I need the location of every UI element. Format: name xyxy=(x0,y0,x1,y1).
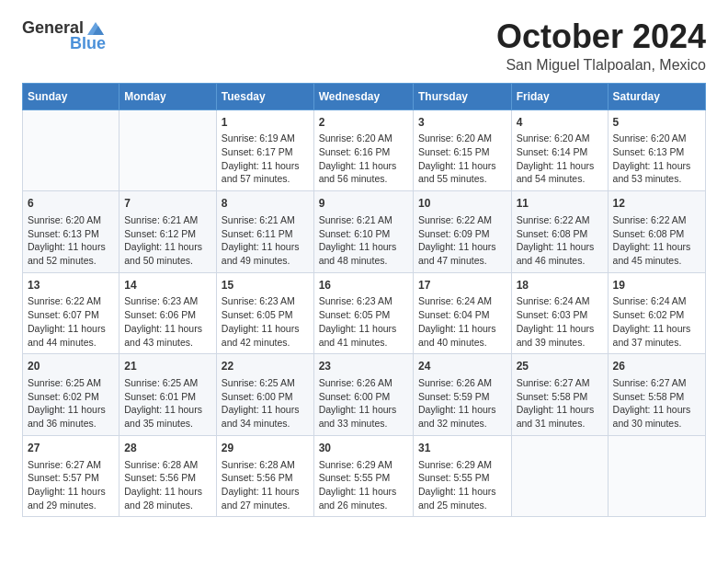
day-info: Sunrise: 6:25 AM Sunset: 6:01 PM Dayligh… xyxy=(124,376,211,431)
day-info: Sunrise: 6:23 AM Sunset: 6:05 PM Dayligh… xyxy=(222,294,309,349)
calendar-cell: 4Sunrise: 6:20 AM Sunset: 6:14 PM Daylig… xyxy=(511,109,608,191)
day-info: Sunrise: 6:25 AM Sunset: 6:02 PM Dayligh… xyxy=(28,376,114,431)
week-row-5: 27Sunrise: 6:27 AM Sunset: 5:57 PM Dayli… xyxy=(23,435,706,517)
calendar-cell: 30Sunrise: 6:29 AM Sunset: 5:55 PM Dayli… xyxy=(313,435,413,517)
calendar-cell: 25Sunrise: 6:27 AM Sunset: 5:58 PM Dayli… xyxy=(511,354,608,436)
day-info: Sunrise: 6:24 AM Sunset: 6:03 PM Dayligh… xyxy=(517,294,603,349)
calendar-cell: 29Sunrise: 6:28 AM Sunset: 5:56 PM Dayli… xyxy=(216,435,313,517)
day-info: Sunrise: 6:20 AM Sunset: 6:13 PM Dayligh… xyxy=(28,213,114,268)
calendar-cell: 2Sunrise: 6:20 AM Sunset: 6:16 PM Daylig… xyxy=(313,109,413,191)
day-number: 12 xyxy=(613,196,700,212)
day-number: 26 xyxy=(613,359,700,374)
calendar-cell: 27Sunrise: 6:27 AM Sunset: 5:57 PM Dayli… xyxy=(23,435,119,517)
col-header-monday: Monday xyxy=(119,83,217,109)
day-number: 19 xyxy=(613,278,700,293)
header-row: SundayMondayTuesdayWednesdayThursdayFrid… xyxy=(23,83,706,109)
calendar-cell: 16Sunrise: 6:23 AM Sunset: 6:05 PM Dayli… xyxy=(313,272,413,354)
day-number: 5 xyxy=(613,115,700,131)
day-number: 11 xyxy=(517,196,603,212)
day-number: 2 xyxy=(319,115,408,131)
calendar-cell: 18Sunrise: 6:24 AM Sunset: 6:03 PM Dayli… xyxy=(511,272,608,354)
col-header-thursday: Thursday xyxy=(413,83,511,109)
week-row-4: 20Sunrise: 6:25 AM Sunset: 6:02 PM Dayli… xyxy=(23,354,706,436)
day-number: 24 xyxy=(418,359,506,374)
day-number: 18 xyxy=(517,278,603,293)
day-number: 27 xyxy=(28,441,114,456)
calendar-cell: 13Sunrise: 6:22 AM Sunset: 6:07 PM Dayli… xyxy=(23,272,119,354)
calendar-cell xyxy=(511,435,608,517)
week-row-1: 1Sunrise: 6:19 AM Sunset: 6:17 PM Daylig… xyxy=(23,109,706,191)
day-number: 16 xyxy=(319,278,408,293)
day-info: Sunrise: 6:20 AM Sunset: 6:14 PM Dayligh… xyxy=(517,132,603,186)
calendar-cell: 3Sunrise: 6:20 AM Sunset: 6:15 PM Daylig… xyxy=(413,109,511,191)
day-number: 13 xyxy=(28,278,114,293)
day-info: Sunrise: 6:27 AM Sunset: 5:58 PM Dayligh… xyxy=(517,376,603,431)
calendar-cell: 19Sunrise: 6:24 AM Sunset: 6:02 PM Dayli… xyxy=(608,272,705,354)
day-number: 29 xyxy=(222,441,309,456)
calendar-cell: 1Sunrise: 6:19 AM Sunset: 6:17 PM Daylig… xyxy=(216,109,313,191)
location-title: San Miguel Tlalpoalan, Mexico xyxy=(496,57,706,74)
title-area: October 2024 San Miguel Tlalpoalan, Mexi… xyxy=(496,18,706,74)
day-number: 31 xyxy=(418,441,506,456)
day-info: Sunrise: 6:20 AM Sunset: 6:13 PM Dayligh… xyxy=(613,132,700,186)
calendar-cell: 22Sunrise: 6:25 AM Sunset: 6:00 PM Dayli… xyxy=(216,354,313,436)
calendar-cell: 26Sunrise: 6:27 AM Sunset: 5:58 PM Dayli… xyxy=(608,354,705,436)
day-number: 21 xyxy=(124,359,211,374)
day-number: 1 xyxy=(222,115,309,131)
day-info: Sunrise: 6:24 AM Sunset: 6:04 PM Dayligh… xyxy=(418,294,506,349)
calendar-cell: 8Sunrise: 6:21 AM Sunset: 6:11 PM Daylig… xyxy=(216,191,313,273)
col-header-friday: Friday xyxy=(511,83,608,109)
day-info: Sunrise: 6:28 AM Sunset: 5:56 PM Dayligh… xyxy=(222,458,309,512)
day-number: 6 xyxy=(28,196,114,212)
day-info: Sunrise: 6:22 AM Sunset: 6:09 PM Dayligh… xyxy=(418,213,506,268)
week-row-3: 13Sunrise: 6:22 AM Sunset: 6:07 PM Dayli… xyxy=(23,272,706,354)
day-number: 3 xyxy=(418,115,506,131)
calendar-cell xyxy=(119,109,217,191)
day-info: Sunrise: 6:23 AM Sunset: 6:05 PM Dayligh… xyxy=(319,294,408,349)
col-header-sunday: Sunday xyxy=(23,83,119,109)
week-row-2: 6Sunrise: 6:20 AM Sunset: 6:13 PM Daylig… xyxy=(23,191,706,273)
day-info: Sunrise: 6:24 AM Sunset: 6:02 PM Dayligh… xyxy=(613,294,700,349)
day-info: Sunrise: 6:28 AM Sunset: 5:56 PM Dayligh… xyxy=(124,458,211,512)
day-number: 23 xyxy=(319,359,408,374)
day-number: 20 xyxy=(28,359,114,374)
calendar-cell: 11Sunrise: 6:22 AM Sunset: 6:08 PM Dayli… xyxy=(511,191,608,273)
calendar-cell: 21Sunrise: 6:25 AM Sunset: 6:01 PM Dayli… xyxy=(119,354,217,436)
col-header-tuesday: Tuesday xyxy=(216,83,313,109)
day-info: Sunrise: 6:20 AM Sunset: 6:15 PM Dayligh… xyxy=(418,132,506,186)
calendar-cell xyxy=(608,435,705,517)
day-info: Sunrise: 6:22 AM Sunset: 6:07 PM Dayligh… xyxy=(28,294,114,349)
day-number: 7 xyxy=(124,196,211,212)
calendar-cell: 28Sunrise: 6:28 AM Sunset: 5:56 PM Dayli… xyxy=(119,435,217,517)
day-number: 17 xyxy=(418,278,506,293)
day-info: Sunrise: 6:21 AM Sunset: 6:11 PM Dayligh… xyxy=(222,213,309,268)
calendar-cell: 20Sunrise: 6:25 AM Sunset: 6:02 PM Dayli… xyxy=(23,354,119,436)
day-info: Sunrise: 6:29 AM Sunset: 5:55 PM Dayligh… xyxy=(319,458,408,512)
logo: General Blue xyxy=(22,18,106,53)
calendar-cell: 10Sunrise: 6:22 AM Sunset: 6:09 PM Dayli… xyxy=(413,191,511,273)
calendar-cell: 24Sunrise: 6:26 AM Sunset: 5:59 PM Dayli… xyxy=(413,354,511,436)
calendar-cell xyxy=(23,109,119,191)
calendar-cell: 17Sunrise: 6:24 AM Sunset: 6:04 PM Dayli… xyxy=(413,272,511,354)
day-number: 8 xyxy=(222,196,309,212)
day-number: 30 xyxy=(319,441,408,456)
calendar-cell: 31Sunrise: 6:29 AM Sunset: 5:55 PM Dayli… xyxy=(413,435,511,517)
day-info: Sunrise: 6:26 AM Sunset: 6:00 PM Dayligh… xyxy=(319,376,408,431)
day-info: Sunrise: 6:23 AM Sunset: 6:06 PM Dayligh… xyxy=(124,294,211,349)
day-info: Sunrise: 6:21 AM Sunset: 6:10 PM Dayligh… xyxy=(319,213,408,268)
day-number: 9 xyxy=(319,196,408,212)
calendar-cell: 7Sunrise: 6:21 AM Sunset: 6:12 PM Daylig… xyxy=(119,191,217,273)
calendar-table: SundayMondayTuesdayWednesdayThursdayFrid… xyxy=(22,83,706,518)
day-number: 10 xyxy=(418,196,506,212)
day-info: Sunrise: 6:22 AM Sunset: 6:08 PM Dayligh… xyxy=(613,213,700,268)
logo-blue: Blue xyxy=(70,35,106,53)
calendar-cell: 23Sunrise: 6:26 AM Sunset: 6:00 PM Dayli… xyxy=(313,354,413,436)
col-header-wednesday: Wednesday xyxy=(313,83,413,109)
calendar-cell: 6Sunrise: 6:20 AM Sunset: 6:13 PM Daylig… xyxy=(23,191,119,273)
col-header-saturday: Saturday xyxy=(608,83,705,109)
calendar-cell: 15Sunrise: 6:23 AM Sunset: 6:05 PM Dayli… xyxy=(216,272,313,354)
day-info: Sunrise: 6:21 AM Sunset: 6:12 PM Dayligh… xyxy=(124,213,211,268)
day-number: 25 xyxy=(517,359,603,374)
day-info: Sunrise: 6:19 AM Sunset: 6:17 PM Dayligh… xyxy=(222,132,309,186)
day-info: Sunrise: 6:22 AM Sunset: 6:08 PM Dayligh… xyxy=(517,213,603,268)
